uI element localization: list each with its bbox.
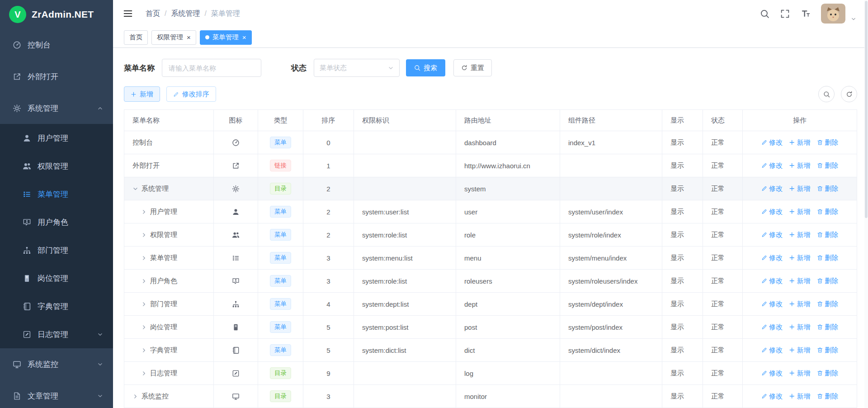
edit-link[interactable]: 修改	[761, 300, 783, 308]
refresh-icon	[461, 65, 467, 71]
menu-item-icon	[13, 360, 21, 369]
sidebar-item[interactable]: 岗位管理	[0, 264, 113, 292]
search-icon[interactable]	[760, 9, 769, 19]
sidebar-item[interactable]: 字典管理	[0, 292, 113, 320]
plus-icon	[789, 255, 795, 261]
tab[interactable]: 首页 ×	[124, 30, 148, 45]
expand-icon[interactable]	[141, 324, 147, 330]
breadcrumb-item[interactable]: 系统管理	[171, 9, 200, 19]
edit-link[interactable]: 修改	[761, 185, 783, 193]
cell-status: 正常	[703, 200, 743, 223]
edit-link[interactable]: 修改	[761, 138, 783, 147]
sidebar-item[interactable]: 外部打开	[0, 61, 113, 92]
edit-link[interactable]: 修改	[761, 323, 783, 332]
type-tag: 菜单	[270, 321, 291, 333]
table-refresh-button[interactable]	[841, 86, 857, 102]
tab[interactable]: 权限管理 ×	[151, 30, 196, 45]
delete-link[interactable]: 删除	[817, 208, 839, 216]
sort-button[interactable]: 修改排序	[166, 86, 216, 102]
cell-menu-name: 用户角色	[124, 270, 214, 292]
cell-component: system/menu/index	[560, 247, 662, 269]
edit-link[interactable]: 修改	[761, 277, 783, 285]
delete-link[interactable]: 删除	[817, 185, 839, 193]
expand-icon[interactable]	[141, 255, 147, 261]
sidebar-item[interactable]: 文章管理	[0, 380, 113, 408]
chevron-down-icon[interactable]	[851, 16, 856, 22]
add-link[interactable]: 新增	[789, 392, 811, 401]
delete-link[interactable]: 删除	[817, 323, 839, 332]
delete-link[interactable]: 删除	[817, 277, 839, 285]
cell-status: 正常	[703, 293, 743, 315]
edit-link[interactable]: 修改	[761, 231, 783, 239]
tab[interactable]: 菜单管理 ×	[200, 30, 252, 45]
delete-link[interactable]: 删除	[817, 300, 839, 308]
edit-link[interactable]: 修改	[761, 254, 783, 262]
reset-button[interactable]: 重置	[453, 59, 492, 76]
expand-icon[interactable]	[132, 394, 138, 399]
sidebar-item[interactable]: 用户管理	[0, 124, 113, 152]
add-link[interactable]: 新增	[789, 208, 811, 216]
add-label: 新增	[797, 346, 811, 355]
add-link[interactable]: 新增	[789, 369, 811, 378]
close-icon[interactable]: ×	[242, 34, 246, 41]
delete-link[interactable]: 删除	[817, 161, 839, 170]
add-link[interactable]: 新增	[789, 300, 811, 308]
add-link[interactable]: 新增	[789, 277, 811, 285]
cell-ops: 修改 新增 删除	[743, 223, 857, 246]
sidebar-item[interactable]: 部门管理	[0, 236, 113, 264]
expand-icon[interactable]	[141, 232, 147, 238]
delete-label: 删除	[825, 392, 838, 401]
status-select[interactable]: 菜单状态	[314, 59, 400, 77]
status-label: 状态	[291, 63, 307, 73]
column-header: 排序	[303, 110, 354, 131]
sidebar-item[interactable]: 系统监控	[0, 348, 113, 380]
expand-icon[interactable]	[141, 370, 147, 376]
add-link[interactable]: 新增	[789, 254, 811, 262]
edit-link[interactable]: 修改	[761, 392, 783, 401]
delete-link[interactable]: 删除	[817, 392, 839, 401]
expand-icon[interactable]	[141, 278, 147, 284]
edit-link[interactable]: 修改	[761, 369, 783, 378]
add-link[interactable]: 新增	[789, 323, 811, 332]
breadcrumb-item[interactable]: 首页	[146, 9, 160, 19]
expand-icon[interactable]	[141, 209, 147, 215]
edit-link[interactable]: 修改	[761, 161, 783, 170]
add-button[interactable]: 新增	[124, 86, 160, 102]
add-link[interactable]: 新增	[789, 161, 811, 170]
edit-link[interactable]: 修改	[761, 208, 783, 216]
add-link[interactable]: 新增	[789, 185, 811, 193]
edit-link[interactable]: 修改	[761, 346, 783, 355]
add-link[interactable]: 新增	[789, 138, 811, 147]
sidebar-item[interactable]: 控制台	[0, 29, 113, 61]
sidebar-toggle-icon[interactable]	[123, 9, 133, 19]
table-search-button[interactable]	[818, 86, 835, 102]
delete-link[interactable]: 删除	[817, 138, 839, 147]
fullscreen-icon[interactable]	[780, 9, 790, 19]
scrollbar[interactable]	[864, 0, 868, 408]
sidebar-item[interactable]: 系统管理	[0, 92, 113, 124]
expand-icon[interactable]	[141, 347, 147, 353]
delete-link[interactable]: 删除	[817, 369, 839, 378]
cell-status: 正常	[703, 154, 743, 177]
expand-icon[interactable]	[141, 301, 147, 307]
sidebar-item[interactable]: 用户角色	[0, 208, 113, 236]
sidebar-item[interactable]: 日志管理	[0, 320, 113, 348]
cell-route: post	[456, 316, 560, 338]
sidebar-item[interactable]: 菜单管理	[0, 180, 113, 208]
search-button[interactable]: 搜索	[406, 59, 445, 76]
sidebar-item[interactable]: 权限管理	[0, 152, 113, 180]
avatar[interactable]	[821, 4, 845, 24]
add-link[interactable]: 新增	[789, 231, 811, 239]
add-link[interactable]: 新增	[789, 346, 811, 355]
font-size-icon[interactable]	[801, 9, 810, 19]
menu-icon	[232, 370, 240, 377]
delete-link[interactable]: 删除	[817, 254, 839, 262]
close-icon[interactable]: ×	[187, 34, 191, 41]
expand-icon[interactable]	[132, 186, 138, 192]
delete-link[interactable]: 删除	[817, 231, 839, 239]
menu-item-icon	[23, 274, 31, 283]
menu-name-input[interactable]	[162, 59, 261, 77]
table-row: 部门管理 菜单 4 system:dept:list dept system/d…	[124, 293, 857, 316]
scrollbar-thumb[interactable]	[865, 1, 868, 218]
delete-link[interactable]: 删除	[817, 346, 839, 355]
